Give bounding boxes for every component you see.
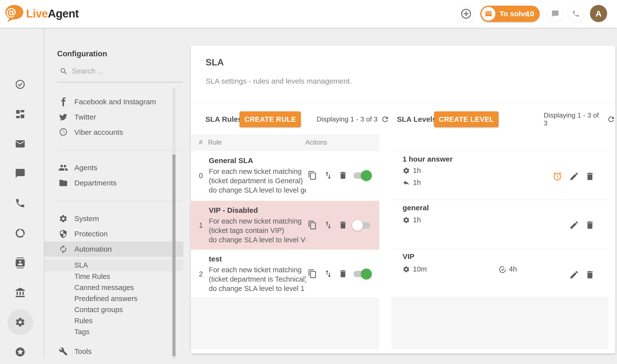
rule-line: (ticket department is Technical) — [209, 274, 306, 284]
data-usage-icon[interactable] — [15, 228, 26, 239]
chat-icon[interactable] — [15, 168, 26, 179]
menu-item-protection[interactable]: Protection — [44, 226, 183, 242]
calls-button[interactable] — [568, 6, 584, 22]
copy-icon[interactable] — [308, 269, 318, 279]
menu-label: Automation — [74, 245, 112, 253]
level-row-general: general 1h — [391, 200, 608, 249]
rule-enabled-toggle[interactable] — [352, 220, 372, 231]
to-solve-label: To solve — [500, 6, 529, 22]
refresh-icon[interactable] — [381, 115, 389, 123]
reorder-icon[interactable] — [324, 220, 333, 230]
column-rule: Rule — [208, 135, 222, 150]
menu-item-facebook[interactable]: Facebook and Instagram — [44, 94, 183, 109]
trash-icon[interactable] — [338, 220, 348, 230]
menu-item-rules[interactable]: Rules — [44, 315, 183, 326]
phone-icon[interactable] — [15, 198, 26, 209]
envelope-icon — [485, 10, 492, 17]
reorder-icon[interactable] — [324, 269, 333, 279]
mail-icon[interactable] — [15, 138, 26, 149]
menu-label: Protection — [74, 230, 108, 238]
edit-icon[interactable] — [569, 220, 579, 230]
menu-label: Viber accounts — [74, 128, 123, 136]
to-solve-button[interactable]: To solve 10 — [480, 6, 540, 22]
edit-icon[interactable] — [569, 270, 579, 280]
create-rule-button[interactable]: CREATE RULE — [240, 111, 301, 127]
avatar-letter: A — [596, 9, 602, 18]
menu-item-tags[interactable]: Tags — [44, 326, 183, 337]
people-icon — [58, 162, 69, 173]
menu-item-departments[interactable]: Departments — [44, 175, 183, 191]
bank-icon[interactable] — [15, 287, 26, 298]
check-circle-icon — [499, 266, 506, 273]
menu-label: Rules — [74, 317, 93, 325]
level-row-vip: VIP 10m 4h — [391, 249, 608, 297]
alarm-icon[interactable] — [552, 171, 562, 181]
contact-card-icon[interactable] — [15, 258, 26, 268]
menu-item-viber[interactable]: Viber accounts — [44, 125, 183, 140]
liveagent-app: @ LiveAgent To solve 10 — [0, 0, 617, 364]
levels-table: 1 hour answer 1h 1h — [391, 46, 608, 353]
search-input[interactable] — [72, 65, 165, 77]
menu-label: SLA — [74, 261, 88, 269]
level-next-answer-time: 1h — [403, 179, 421, 187]
levels-footer — [391, 297, 608, 349]
level-title: VIP — [403, 252, 414, 261]
chats-button[interactable] — [547, 6, 563, 22]
trash-icon[interactable] — [338, 171, 348, 181]
trash-icon[interactable] — [585, 171, 595, 181]
refresh-icon[interactable] — [607, 115, 615, 123]
menu-item-agents[interactable]: Agents — [44, 160, 183, 175]
rule-line: For each new ticket matching — [209, 216, 306, 226]
menu-item-canned-messages[interactable]: Canned messages — [44, 282, 183, 293]
rules-table-header: # Rule Actions — [191, 135, 379, 151]
menu-divider — [57, 151, 183, 151]
trash-icon[interactable] — [585, 220, 595, 230]
menu-item-system[interactable]: System — [44, 211, 183, 226]
user-avatar[interactable]: A — [590, 5, 607, 22]
add-circle-icon — [460, 8, 472, 20]
menu-item-twitter[interactable]: Twitter — [44, 109, 183, 125]
check-circle-icon[interactable] — [15, 79, 26, 90]
menu-label: Tags — [74, 328, 89, 336]
menu-label: Facebook and Instagram — [74, 98, 156, 106]
menu-item-time-rules[interactable]: Time Rules — [44, 271, 183, 282]
rule-line: do change SLA level to level gene — [209, 185, 306, 195]
gear-icon — [58, 213, 69, 224]
menu-item-sla[interactable]: SLA — [44, 259, 183, 271]
copy-icon[interactable] — [308, 220, 318, 230]
rule-row-vip-disabled: 1 VIP - Disabled For each new ticket mat… — [191, 201, 379, 250]
level-title: 1 hour answer — [403, 155, 453, 163]
rule-index: 1 — [197, 221, 205, 229]
level-row-1-hour-answer: 1 hour answer 1h 1h — [391, 151, 608, 200]
search-icon — [60, 67, 68, 76]
scrollbar-thumb[interactable] — [172, 154, 176, 356]
liveagent-logo[interactable]: @ LiveAgent — [4, 4, 79, 23]
menu-item-contact-groups[interactable]: Contact groups — [44, 304, 183, 315]
settings-gear-icon[interactable] — [15, 317, 26, 328]
level-resolution-time: 4h — [499, 265, 517, 273]
star-circle-icon[interactable] — [15, 347, 26, 357]
trash-icon[interactable] — [338, 269, 348, 279]
menu-divider — [57, 201, 183, 201]
wrench-icon — [58, 346, 69, 357]
folder-icon — [58, 178, 69, 188]
reorder-icon[interactable] — [324, 171, 333, 181]
dashboard-icon[interactable] — [15, 109, 26, 120]
menu-label: Agents — [74, 164, 97, 172]
column-actions: Actions — [305, 135, 327, 150]
rule-enabled-toggle[interactable] — [352, 269, 372, 279]
menu-item-predefined-answers[interactable]: Predefined answers — [44, 293, 183, 304]
menu-label: Canned messages — [74, 284, 134, 292]
add-button[interactable] — [458, 6, 474, 22]
menu-item-automation[interactable]: Automation — [44, 242, 183, 257]
menu-label: Predefined answers — [74, 295, 137, 303]
rule-title: VIP - Disabled — [209, 206, 306, 214]
copy-icon[interactable] — [308, 171, 318, 181]
twitter-icon — [58, 112, 69, 122]
trash-icon[interactable] — [585, 270, 595, 280]
level-time-value: 1h — [413, 216, 421, 224]
rule-enabled-toggle[interactable] — [352, 170, 372, 181]
level-first-answer-time: 10m — [403, 265, 427, 273]
edit-icon[interactable] — [569, 171, 579, 181]
menu-item-tools[interactable]: Tools — [44, 344, 183, 359]
